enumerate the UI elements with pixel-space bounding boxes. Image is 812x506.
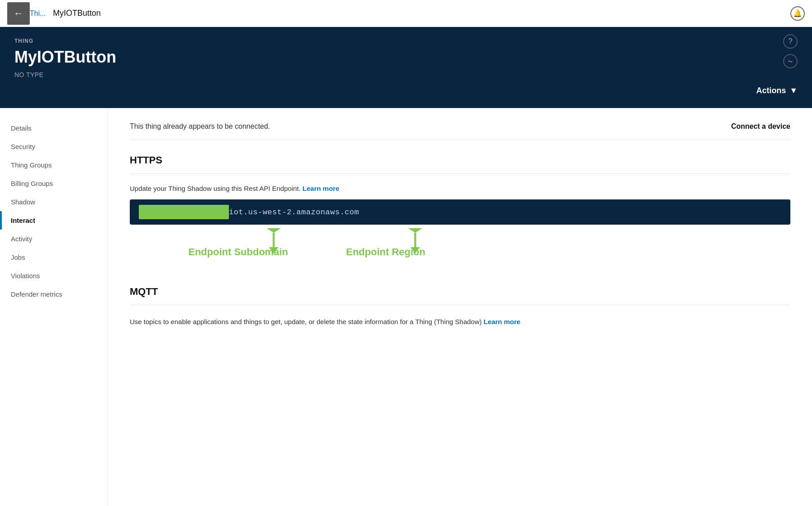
back-button[interactable]: ←	[7, 2, 30, 25]
main-layout: Details Security Thing Groups Billing Gr…	[0, 108, 812, 506]
hero-actions: Actions ▼	[756, 86, 798, 95]
connect-device-button[interactable]: Connect a device	[731, 122, 790, 131]
endpoint-region-text: iot.us-west-2.amazonaws.com	[229, 208, 359, 217]
annotation-region-label: Endpoint Region	[346, 246, 425, 258]
sidebar-item-thing-groups[interactable]: Thing Groups	[0, 156, 108, 174]
hero-title: MyIOTButton	[14, 48, 798, 67]
top-bar-icons: 🔔	[790, 6, 805, 21]
chevron-down-icon: ▼	[789, 86, 798, 95]
annotation-area: Endpoint Subdomain Endpoint Region	[130, 228, 790, 273]
mqtt-divider	[130, 305, 790, 305]
sidebar-item-interact[interactable]: Interact	[0, 211, 108, 230]
hero-right-icons: ? ⏦	[783, 34, 798, 68]
sidebar-item-shadow[interactable]: Shadow	[0, 193, 108, 211]
content-area: This thing already appears to be connect…	[108, 108, 812, 506]
svg-marker-0	[267, 228, 281, 233]
notification-icon[interactable]: 🔔	[790, 6, 805, 21]
sidebar-item-defender-metrics[interactable]: Defender metrics	[0, 285, 108, 303]
sidebar-item-details[interactable]: Details	[0, 119, 108, 137]
endpoint-box: iot.us-west-2.amazonaws.com	[130, 199, 790, 225]
sidebar: Details Security Thing Groups Billing Gr…	[0, 108, 108, 506]
actions-button[interactable]: Actions ▼	[756, 86, 798, 95]
activity-icon[interactable]: ⏦	[783, 54, 798, 68]
sidebar-item-jobs[interactable]: Jobs	[0, 248, 108, 267]
endpoint-subdomain-highlight	[139, 205, 229, 219]
annotation-subdomain-label: Endpoint Subdomain	[188, 246, 288, 258]
help-icon[interactable]: ?	[783, 34, 798, 49]
mqtt-description: Use topics to enable applications and th…	[130, 316, 790, 328]
top-bar-title: MyIOTButton	[53, 9, 101, 18]
https-divider	[130, 173, 790, 174]
svg-marker-3	[408, 228, 422, 233]
mqtt-title: MQTT	[130, 284, 790, 298]
connection-banner: This thing already appears to be connect…	[130, 122, 790, 140]
https-section: HTTPS Update your Thing Shadow using thi…	[130, 153, 790, 273]
sidebar-item-activity[interactable]: Activity	[0, 230, 108, 248]
mqtt-section: MQTT Use topics to enable applications a…	[130, 284, 790, 328]
https-learn-more-link[interactable]: Learn more	[302, 185, 339, 192]
hero-subtitle: NO TYPE	[14, 71, 798, 78]
https-description: Update your Thing Shadow using this Rest…	[130, 185, 790, 192]
hero-label: THING	[14, 38, 798, 44]
sidebar-item-security[interactable]: Security	[0, 137, 108, 156]
breadcrumb[interactable]: Thi...	[30, 9, 46, 18]
mqtt-learn-more-link[interactable]: Learn more	[484, 318, 520, 325]
top-bar: ← Thi... MyIOTButton 🔔	[0, 0, 812, 27]
connection-status-text: This thing already appears to be connect…	[130, 122, 270, 131]
sidebar-item-violations[interactable]: Violations	[0, 267, 108, 285]
https-title: HTTPS	[130, 153, 790, 166]
hero-banner: ? ⏦ THING MyIOTButton NO TYPE Actions ▼	[0, 27, 812, 108]
sidebar-item-billing-groups[interactable]: Billing Groups	[0, 174, 108, 193]
